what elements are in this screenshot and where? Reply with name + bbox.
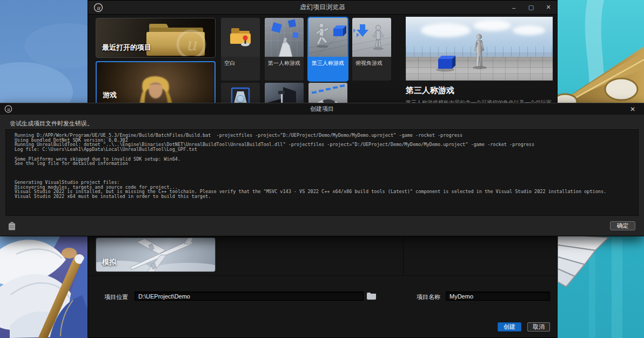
create-project-dialog: u 创建项目 ✕ 尝试生成项目文件时发生错误。 Running D:/APP/W… <box>0 103 644 236</box>
unreal-logo-icon: u <box>93 3 103 12</box>
svg-text:u: u <box>97 4 100 10</box>
dialog-titlebar: u 创建项目 ✕ <box>0 103 644 115</box>
form-divider <box>88 276 557 276</box>
browse-folder-button[interactable] <box>366 292 377 301</box>
build-log-text: Running D:/APP/Work/Program/UE/UE_5.3/En… <box>15 133 638 199</box>
build-log-box[interactable]: Running D:/APP/Work/Program/UE/UE_5.3/En… <box>5 129 639 216</box>
template-tile-blank[interactable]: 空白 <box>221 18 260 81</box>
detail-title: 第三人称游戏 <box>406 85 553 96</box>
project-form: 项目位置 项目名称 <box>88 291 557 302</box>
blank-template-thumbnail <box>221 18 260 57</box>
third-person-preview-image <box>406 17 553 81</box>
panel-divider <box>403 237 404 276</box>
template-label: 空白 <box>221 57 260 67</box>
project-name-input[interactable] <box>446 291 550 301</box>
maximize-button[interactable]: ▢ <box>522 1 540 15</box>
first-person-thumbnail <box>265 18 304 57</box>
template-detail-panel: 第三人称游戏 第三人称游戏模板内容包含一个可操控的角色以及一个供玩家使用的角色。 <box>406 17 553 113</box>
sidebar-item-recent-projects[interactable]: u 最近打开的项目 <box>96 18 216 58</box>
third-person-thumbnail <box>308 18 347 57</box>
copy-log-button[interactable] <box>8 222 16 230</box>
template-label: 俯视角游戏 <box>352 57 391 67</box>
svg-text:u: u <box>186 34 197 55</box>
template-label: 第一人称游戏 <box>265 57 304 67</box>
top-down-thumbnail <box>352 18 391 57</box>
dialog-title: 创建项目 <box>0 105 644 113</box>
close-button[interactable]: ✕ <box>540 1 557 15</box>
project-location-label: 项目位置 <box>104 293 128 301</box>
error-message: 尝试生成项目文件时发生错误。 <box>10 120 93 128</box>
template-tile-first-person[interactable]: 第一人称游戏 <box>265 18 304 81</box>
project-name-label: 项目名称 <box>417 293 440 301</box>
window-title: 虚幻项目浏览器 <box>88 3 557 12</box>
template-tile-top-down[interactable]: 俯视角游戏 <box>352 18 391 81</box>
project-location-input[interactable] <box>135 291 364 301</box>
template-tile-third-person[interactable]: 第三人称游戏 <box>308 18 347 81</box>
sidebar-item-simulation[interactable]: 模拟 <box>96 237 216 272</box>
sidebar-item-label: 模拟 <box>102 257 116 267</box>
window-titlebar: u 虚幻项目浏览器 – ▢ ✕ <box>88 1 557 15</box>
sidebar-item-label: 最近打开的项目 <box>102 43 151 52</box>
create-button[interactable]: 创建 <box>498 322 521 332</box>
template-label: 第三人称游戏 <box>308 57 347 67</box>
cancel-button[interactable]: 取消 <box>527 322 550 332</box>
folder-icon <box>366 292 376 300</box>
dialog-close-icon[interactable]: ✕ <box>627 103 639 115</box>
sidebar-item-label: 游戏 <box>103 90 117 100</box>
ok-button[interactable]: 确定 <box>610 221 635 230</box>
clipboard-icon <box>8 222 16 230</box>
gold-folder-icon: u <box>145 21 211 56</box>
minimize-button[interactable]: – <box>505 1 522 15</box>
